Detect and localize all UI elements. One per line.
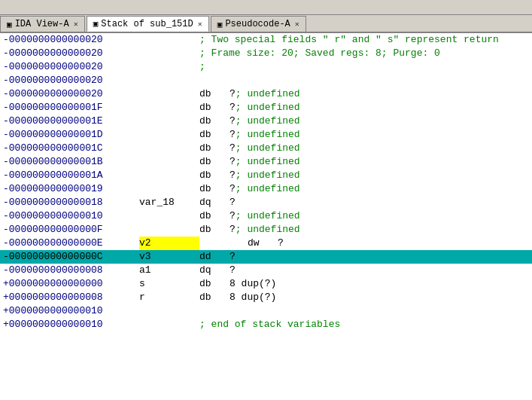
code-line[interactable]: -000000000000001B db? ; undefined [0,155,532,169]
tab-stack-icon: ▣ [93,19,99,29]
address: -000000000000000F [0,223,139,237]
address: -000000000000000E [0,237,139,250]
address: -0000000000000019 [0,182,139,196]
comment: ; end of stack variables [199,318,340,331]
code-line[interactable]: -0000000000000010 db? ; undefined [0,209,532,223]
address: -0000000000000020 [0,87,139,101]
address: -0000000000000018 [0,196,139,209]
mnemonic: dd [199,250,230,264]
comment: ; undefined [236,142,300,155]
address: +0000000000000010 [0,318,139,331]
address: -000000000000001B [0,155,139,169]
mnemonic: dq [199,196,230,209]
address: -000000000000001F [0,101,139,115]
comment: ; Two special fields " r" and " s" repre… [199,33,499,47]
code-line[interactable]: -000000000000001E db? ; undefined [0,115,532,128]
comment: ; undefined [236,223,300,237]
address: -000000000000001D [0,128,139,142]
operand: ? [230,155,236,169]
address: -0000000000000020 [0,74,139,87]
address: -0000000000000020 [0,47,139,60]
operand: ? [230,87,236,101]
tab-pseudo-close[interactable]: ✕ [295,20,299,29]
code-container: -0000000000000020 ; Two special fields "… [0,33,532,331]
tab-ida-close[interactable]: ✕ [74,20,78,29]
tab-pseudocode[interactable]: ▣ Pseudocode-A ✕ [211,16,306,32]
operand: ? [230,264,236,277]
code-line[interactable]: -0000000000000018 var_18dq? [0,196,532,209]
address: -0000000000000020 [0,33,139,47]
code-line[interactable]: -0000000000000020 ; Frame size: 20; Save… [0,47,532,60]
code-line[interactable]: +0000000000000010 [0,304,532,318]
comment: ; undefined [236,101,300,115]
operand: 8 dup(?) [230,291,276,304]
mnemonic: db [199,169,230,182]
code-line[interactable]: -000000000000001A db? ; undefined [0,169,532,182]
address: -0000000000000010 [0,209,139,223]
tabs-bar: ▣ IDA View-A ✕ ▣ Stack of sub_151D ✕ ▣ P… [0,15,532,33]
code-line[interactable]: -000000000000001D db? ; undefined [0,128,532,142]
mnemonic: db [199,87,230,101]
mnemonic: db [199,115,230,128]
mnemonic: db [199,101,230,115]
address: +0000000000000008 [0,291,139,304]
tab-ida-icon: ▣ [7,20,12,29]
code-line[interactable]: -0000000000000020 ; [0,60,532,74]
operand: ? [230,128,236,142]
comment: ; undefined [236,87,300,101]
code-line[interactable]: +0000000000000000 sdb8 dup(?) [0,277,532,291]
code-line[interactable]: -0000000000000020 ; Two special fields "… [0,33,532,47]
code-line[interactable]: -0000000000000020 db? ; undefined [0,87,532,101]
operand: ? [278,237,284,250]
operand: ? [230,101,236,115]
address: +0000000000000000 [0,277,139,291]
comment: ; undefined [236,169,300,182]
code-line[interactable]: -0000000000000020 [0,74,532,87]
code-line[interactable]: -000000000000000F db? ; undefined [0,223,532,237]
code-line[interactable]: -000000000000001C db? ; undefined [0,142,532,155]
comment: ; undefined [236,115,300,128]
tab-pseudo-icon: ▣ [217,20,223,29]
address: -000000000000001C [0,142,139,155]
tab-stack[interactable]: ▣ Stack of sub_151D ✕ [87,16,209,32]
mnemonic: db [199,291,230,304]
address: +0000000000000010 [0,304,139,318]
tab-ida-view-a[interactable]: ▣ IDA View-A ✕ [0,16,85,32]
operand: 8 dup(?) [230,277,276,291]
code-line[interactable]: +0000000000000008 rdb8 dup(?) [0,291,532,304]
label: s [139,277,199,291]
operand: ? [230,115,236,128]
code-line[interactable]: -0000000000000008 a1dq? [0,264,532,277]
mnemonic: db [199,155,230,169]
tab-stack-label: Stack of sub_151D [101,19,193,29]
code-line[interactable]: -000000000000000C v3dd? [0,250,532,264]
comment: ; undefined [236,128,300,142]
content-area[interactable]: -0000000000000020 ; Two special fields "… [0,33,532,400]
mnemonic: db [199,277,230,291]
mnemonic: db [199,182,230,196]
operand: ? [230,182,236,196]
comment: ; Frame size: 20; Saved regs: 8; Purge: … [199,47,440,60]
mnemonic: dw [248,237,278,250]
tab-stack-close[interactable]: ✕ [198,20,202,29]
mnemonic: db [199,128,230,142]
address: -000000000000000C [0,250,139,264]
mnemonic: db [199,142,230,155]
code-line[interactable]: -000000000000001F db? ; undefined [0,101,532,115]
title-bar [0,0,532,15]
mnemonic: db [199,223,230,237]
tab-ida-label: IDA View-A [15,19,69,29]
code-line[interactable]: +0000000000000010 ; end of stack variabl… [0,318,532,331]
code-line[interactable]: -000000000000000E v2dw? [0,237,532,250]
address: -000000000000001A [0,169,139,182]
comment: ; undefined [236,182,300,196]
code-line[interactable]: -0000000000000019 db? ; undefined [0,182,532,196]
address: -0000000000000008 [0,264,139,277]
comment: ; [199,60,205,74]
label: v3 [139,250,199,264]
address: -0000000000000020 [0,60,139,74]
operand: ? [230,169,236,182]
label: v2 [139,237,199,250]
mnemonic: db [199,209,230,223]
comment: ; undefined [236,155,300,169]
